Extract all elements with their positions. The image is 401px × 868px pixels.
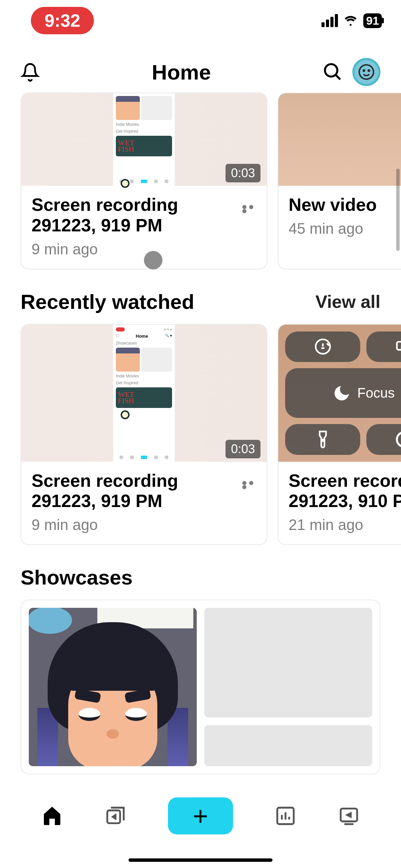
app-header: Home [0, 51, 401, 93]
svg-point-9 [397, 432, 401, 447]
video-title: Screen recording 291223, 919 PM [32, 195, 241, 236]
cellular-icon [321, 14, 338, 27]
more-icon[interactable] [241, 205, 256, 213]
svg-point-8 [322, 439, 324, 441]
tab-home[interactable] [41, 805, 63, 827]
screen-mirroring-icon [366, 331, 401, 362]
tab-watch[interactable] [338, 805, 360, 827]
video-thumbnail[interactable]: Focus [278, 325, 401, 462]
home-indicator[interactable] [129, 858, 272, 862]
svg-point-4 [368, 70, 369, 71]
status-bar: 9:32 91 [0, 0, 401, 41]
svg-point-0 [325, 64, 337, 76]
more-icon[interactable] [241, 481, 256, 489]
svg-point-2 [359, 65, 374, 79]
content-scroll[interactable]: Indie Movies Get Inspired WETFISH 0:03 S… [0, 93, 401, 779]
wifi-icon [343, 14, 359, 27]
svg-point-3 [363, 70, 365, 71]
video-thumbnail[interactable]: ⬚Home🔍 ● Showcases Indie Movies Get Insp… [21, 325, 267, 462]
section-title: Recently watched [21, 290, 194, 314]
video-thumbnail[interactable] [278, 93, 401, 186]
status-right: 91 [321, 13, 384, 28]
tab-bar: + [0, 779, 401, 868]
recording-time-pill[interactable]: 9:32 [31, 7, 94, 34]
duration-badge: 0:03 [226, 440, 260, 458]
svg-rect-6 [397, 342, 401, 350]
video-title: Screen recording 291223, 910 PM [289, 471, 401, 512]
notifications-icon[interactable] [21, 62, 40, 82]
video-card[interactable]: Focus Screen recording 291223, 910 PM 21… [278, 324, 401, 545]
recently-watched-row[interactable]: ⬚Home🔍 ● Showcases Indie Movies Get Insp… [0, 324, 401, 545]
showcase-tile[interactable] [204, 608, 372, 718]
showcase-tile[interactable] [204, 725, 372, 766]
showcase-main-tile[interactable] [29, 608, 197, 766]
video-card[interactable]: New video 45 min ago [278, 93, 401, 269]
flashlight-icon [285, 424, 360, 455]
profile-avatar[interactable] [352, 58, 380, 86]
video-card[interactable]: ⬚Home🔍 ● Showcases Indie Movies Get Insp… [21, 324, 267, 545]
timer-icon [366, 424, 401, 455]
video-title: New video [289, 195, 377, 215]
duration-badge: 0:03 [226, 164, 260, 182]
video-card[interactable]: Indie Movies Get Inspired WETFISH 0:03 S… [21, 93, 267, 269]
tab-library[interactable] [105, 805, 126, 827]
video-title: Screen recording 291223, 919 PM [32, 471, 241, 512]
section-header-showcases: Showcases [0, 545, 401, 600]
video-age: 45 min ago [289, 220, 377, 237]
touch-indicator [144, 251, 162, 269]
page-title: Home [40, 60, 323, 84]
battery-icon: 91 [363, 13, 382, 28]
video-thumbnail[interactable]: Indie Movies Get Inspired WETFISH 0:03 [21, 93, 267, 186]
rotation-lock-icon [285, 331, 360, 362]
svg-line-1 [336, 75, 340, 80]
focus-button: Focus [285, 368, 401, 418]
video-age: 9 min ago [32, 241, 241, 258]
section-header-recently-watched: Recently watched View all [0, 269, 401, 324]
add-button[interactable]: + [168, 797, 233, 834]
video-age: 21 min ago [289, 516, 401, 533]
video-age: 9 min ago [32, 516, 241, 533]
view-all-link[interactable]: View all [315, 291, 380, 312]
section-title: Showcases [21, 566, 133, 589]
search-icon[interactable] [323, 62, 343, 82]
top-videos-row[interactable]: Indie Movies Get Inspired WETFISH 0:03 S… [0, 93, 401, 269]
tab-analytics[interactable] [275, 805, 296, 827]
scrollbar[interactable] [396, 169, 400, 251]
showcase-card[interactable] [21, 600, 380, 774]
